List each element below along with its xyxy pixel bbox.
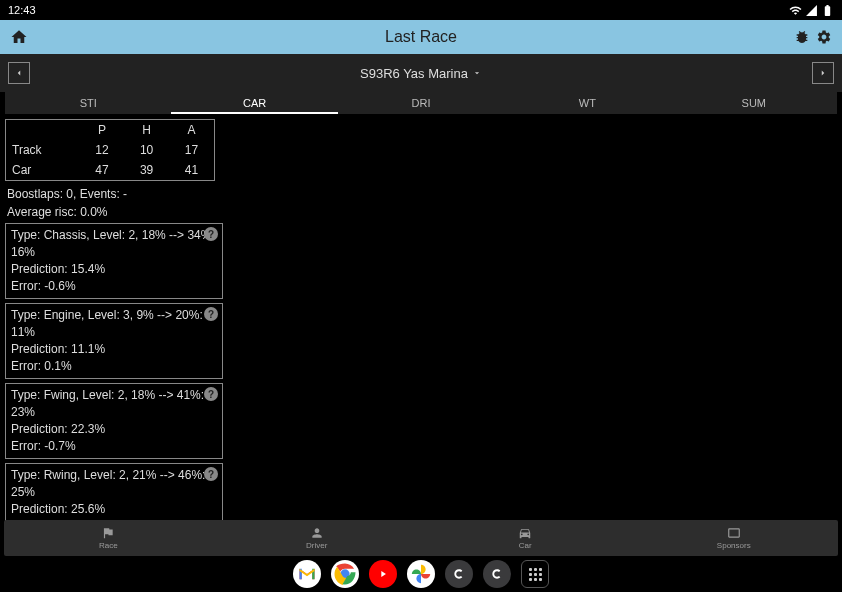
part-fwing: ? Type: Fwing, Level: 2, 18% --> 41%: 23… (5, 383, 223, 459)
prev-race-button[interactable] (8, 62, 30, 84)
bug-icon[interactable] (794, 29, 810, 45)
app-icon-1[interactable] (445, 560, 473, 588)
nav-race[interactable]: Race (4, 520, 213, 556)
youtube-icon[interactable] (369, 560, 397, 588)
gmail-icon[interactable] (293, 560, 321, 588)
col-h: H (124, 120, 169, 141)
tab-bar: STI CAR DRI WT SUM (5, 92, 837, 114)
gear-icon[interactable] (816, 29, 832, 45)
apps-grid-button[interactable] (521, 560, 549, 588)
bottom-nav: Race Driver Car Sponsors (4, 520, 838, 556)
app-icon-2[interactable] (483, 560, 511, 588)
nav-car[interactable]: Car (421, 520, 630, 556)
avg-risk-line: Average risc: 0.0% (5, 205, 837, 219)
car-icon (518, 526, 532, 540)
nav-driver[interactable]: Driver (213, 520, 422, 556)
flag-icon (101, 526, 115, 540)
tab-sum[interactable]: SUM (671, 92, 837, 114)
col-p: P (80, 120, 125, 141)
part-chassis: ? Type: Chassis, Level: 2, 18% --> 34%: … (5, 223, 223, 299)
page-title: Last Race (385, 28, 457, 46)
play-icon (376, 569, 390, 579)
grid-icon (529, 568, 542, 581)
nav-sponsors[interactable]: Sponsors (630, 520, 839, 556)
home-icon (10, 28, 28, 46)
wifi-icon (789, 4, 802, 17)
help-icon[interactable]: ? (204, 467, 218, 481)
chevron-left-icon (14, 68, 24, 78)
part-engine: ? Type: Engine, Level: 3, 9% --> 20%: 11… (5, 303, 223, 379)
pinwheel-icon (411, 564, 431, 584)
photos-icon[interactable] (407, 560, 435, 588)
help-icon[interactable]: ? (204, 307, 218, 321)
col-a: A (169, 120, 215, 141)
battery-icon (821, 4, 834, 17)
boostlaps-line: Boostlaps: 0, Events: - (5, 187, 837, 201)
mail-icon (298, 567, 316, 581)
status-icons (789, 4, 834, 17)
person-icon (310, 526, 324, 540)
tab-car[interactable]: CAR (171, 92, 337, 114)
tab-wt[interactable]: WT (504, 92, 670, 114)
chrome-icon[interactable] (331, 560, 359, 588)
content-area: P H A Track 12 10 17 Car 47 39 41 Boostl… (0, 114, 842, 524)
pha-table: P H A Track 12 10 17 Car 47 39 41 (5, 119, 215, 181)
chevron-right-icon (818, 68, 828, 78)
chrome-logo-icon (331, 560, 359, 588)
status-bar: 12:43 (0, 0, 842, 20)
c-icon (451, 566, 467, 582)
app-bar: Last Race (0, 20, 842, 54)
part-rwing: ? Type: Rwing, Level: 2, 21% --> 46%: 25… (5, 463, 223, 524)
next-race-button[interactable] (812, 62, 834, 84)
status-time: 12:43 (8, 4, 36, 16)
sponsors-icon (727, 526, 741, 540)
race-nav-header: S93R6 Yas Marina (0, 54, 842, 92)
table-row: Car 47 39 41 (6, 160, 215, 181)
home-button[interactable] (10, 28, 28, 46)
dropdown-icon (472, 68, 482, 78)
help-icon[interactable]: ? (204, 387, 218, 401)
tab-dri[interactable]: DRI (338, 92, 504, 114)
table-row: Track 12 10 17 (6, 140, 215, 160)
help-icon[interactable]: ? (204, 227, 218, 241)
signal-icon (805, 4, 818, 17)
c-icon (489, 566, 505, 582)
system-dock (0, 556, 842, 592)
tab-sti[interactable]: STI (5, 92, 171, 114)
race-selector[interactable]: S93R6 Yas Marina (360, 66, 482, 81)
race-selector-label: S93R6 Yas Marina (360, 66, 468, 81)
